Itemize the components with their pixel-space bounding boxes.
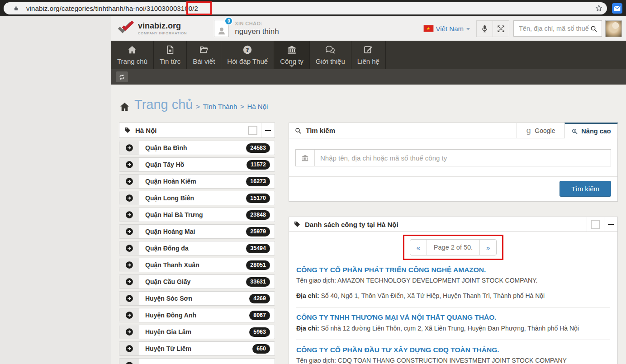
home-icon (127, 45, 138, 55)
district-row[interactable] (119, 358, 275, 364)
district-name[interactable]: Quận Thanh Xuân (145, 261, 199, 269)
arrow-circle-right-icon (119, 292, 139, 305)
breadcrumb-link[interactable]: Tỉnh Thành (203, 103, 237, 110)
search-icon[interactable] (590, 25, 598, 33)
breadcrumb-link[interactable]: Hà Nội (247, 103, 268, 110)
nav-item-bai-viet[interactable]: Bài viết (187, 41, 221, 69)
district-name[interactable]: Quận Hoàng Mai (145, 228, 195, 235)
tab-advanced[interactable]: Nâng cao (564, 123, 618, 138)
district-count-badge: 25979 (246, 227, 270, 236)
district-row[interactable]: Huyện Sóc Sơn4269 (119, 291, 275, 306)
search-panel: Tìm kiếm g Google Nâng cao (289, 123, 618, 202)
site-logo[interactable]: vinabiz.org COMPANY INFORMATION (117, 21, 187, 36)
nav-item-gioi-thieu[interactable]: Giới thiệu (310, 41, 351, 69)
tag-icon (124, 127, 131, 134)
company-search-field (295, 149, 611, 166)
panel-select-checkbox[interactable] (248, 126, 257, 135)
district-row[interactable]: Quận Cầu Giấy33631 (119, 274, 275, 289)
fullscreen-button[interactable] (493, 20, 509, 37)
breadcrumb-separator: > (196, 103, 200, 110)
tab-google[interactable]: g Google (517, 123, 564, 138)
search-tabs: g Google Nâng cao (517, 123, 617, 138)
search-submit-button[interactable]: Tìm kiếm (560, 181, 611, 197)
tab-google-label: Google (535, 127, 555, 134)
arrow-circle-right-icon (119, 325, 139, 339)
district-name[interactable]: Quận Long Biên (145, 194, 194, 202)
nav-item-label: Tin tức (160, 57, 180, 65)
company-list: CÔNG TY CỔ PHẦN PHÁT TRIỂN CÔNG NGHỆ AMA… (289, 260, 617, 364)
pagination-next-button[interactable]: » (479, 240, 496, 255)
company-address-text: Số 40, Ngõ 1, Thôn Văn Điển, Xã Tứ Hiệp,… (321, 292, 545, 299)
district-name[interactable]: Quận Cầu Giấy (145, 278, 190, 285)
panel-select-checkbox[interactable] (591, 220, 600, 229)
search-panel-footer: Tìm kiếm (289, 176, 617, 201)
district-row[interactable]: Quận Hai Bà Trưng23848 (119, 208, 275, 222)
search-panel-body (289, 138, 617, 176)
user-avatar[interactable]: 0 (214, 20, 229, 37)
vinabiz-logo-icon (117, 21, 135, 36)
district-row[interactable]: Huyện Gia Lâm5963 (119, 325, 275, 339)
country-selector[interactable]: ★ Việt Nam (424, 25, 470, 33)
district-row[interactable]: Quận Thanh Xuân28051 (119, 258, 275, 272)
district-name[interactable]: Quận Đống đa (145, 245, 189, 252)
envelope-icon (614, 5, 621, 11)
caret-down-icon (289, 65, 294, 67)
profile-photo[interactable] (605, 20, 622, 37)
bookmark-star-icon[interactable] (595, 4, 603, 12)
district-row[interactable]: Quận Long Biên15170 (119, 191, 275, 205)
district-name[interactable]: Huyện Sóc Sơn (145, 295, 192, 302)
company-name-link[interactable]: CÔNG TY TNHH THƯƠNG MẠI VÀ NỘI THẤT QUAN… (296, 312, 610, 322)
google-icon: g (526, 127, 531, 134)
pagination-row: « Page 2 of 50. » (289, 232, 617, 260)
nav-item-label: Hỏi đáp Thuế (227, 57, 268, 65)
district-name[interactable]: Huyện Đông Anh (145, 312, 196, 319)
district-row[interactable]: Quận Đống đa35494 (119, 241, 275, 255)
mail-extension-icon[interactable] (612, 3, 622, 14)
chevron-down-icon (466, 28, 470, 30)
company-address-label: Địa chỉ: (296, 292, 321, 299)
district-name[interactable]: Huyện Gia Lâm (145, 328, 191, 336)
nav-item-hoi-dap-thue[interactable]: ?Hỏi đáp Thuế (221, 41, 274, 69)
nav-item-tin-tuc[interactable]: Tin tức (154, 41, 187, 69)
collapse-panel-button[interactable] (608, 224, 614, 225)
district-row[interactable]: Quận Hoàn Kiếm16273 (119, 174, 275, 189)
address-bar[interactable]: vinabiz.org/categories/tinhthanh/ha-noi/… (4, 2, 607, 14)
collapse-panel-button[interactable] (265, 130, 271, 131)
district-row[interactable]: Quận Hoàng Mai25979 (119, 224, 275, 239)
district-name[interactable]: Quận Ba Đình (145, 144, 187, 151)
district-name[interactable]: Quận Hoàn Kiếm (145, 178, 196, 185)
company-name-link[interactable]: CÔNG TY CỔ PHẦN ĐẦU TƯ XÂY DỰNG CĐQ TOÀN… (296, 345, 610, 355)
district-count-badge: 23848 (246, 210, 270, 220)
district-row[interactable]: Quận Ba Đình24583 (119, 141, 275, 155)
district-name[interactable]: Quận Tây Hồ (145, 161, 184, 168)
arrow-circle-right-icon (119, 241, 139, 255)
nav-item-trang-chu[interactable]: Trang chủ (111, 41, 154, 69)
user-name[interactable]: nguyen thinh (235, 27, 279, 36)
nav-item-cong-ty[interactable]: Công ty (274, 41, 310, 69)
pagination-prev-button[interactable]: « (410, 240, 427, 255)
company-panel-title: Danh sách công ty tại Hà Nội (305, 221, 398, 228)
refresh-button[interactable] (116, 71, 128, 82)
arrow-circle-right-icon (119, 359, 139, 364)
header-search-input[interactable] (519, 25, 590, 32)
district-count-badge: 5963 (249, 327, 270, 337)
company-entry: CÔNG TY CỔ PHẦN PHÁT TRIỂN CÔNG NGHỆ AMA… (296, 260, 610, 307)
breadcrumb-home-link[interactable]: Trang chủ (134, 97, 193, 112)
panel-controls (587, 217, 617, 232)
nav-item-lien-he[interactable]: Liên hệ (351, 41, 386, 69)
company-name-link[interactable]: CÔNG TY CỔ PHẦN PHÁT TRIỂN CÔNG NGHỆ AMA… (296, 265, 610, 275)
district-name[interactable]: Quận Hai Bà Trưng (145, 211, 203, 218)
arrow-circle-right-icon (119, 308, 139, 322)
arrow-circle-right-icon (119, 191, 139, 205)
district-name[interactable]: Huyện Từ Liêm (145, 345, 191, 352)
district-row[interactable]: Huyện Đông Anh8067 (119, 308, 275, 322)
company-search-input[interactable] (315, 154, 611, 162)
district-row[interactable]: Huyện Từ Liêm650 (119, 341, 275, 356)
bank-icon (296, 150, 315, 166)
district-row[interactable]: Quận Tây Hồ11572 (119, 157, 275, 172)
chat-icon (325, 45, 336, 55)
url-highlighted-segment: 0/2 (189, 5, 198, 12)
greeting: XIN CHÀO: nguyen thinh (235, 21, 279, 36)
voice-search-button[interactable] (476, 20, 493, 37)
district-count-badge: 24583 (246, 143, 270, 153)
